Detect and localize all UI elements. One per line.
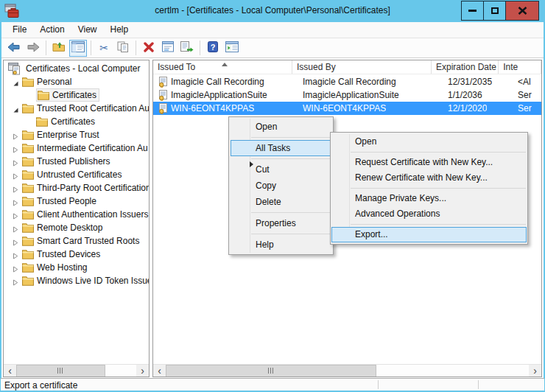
- expander-collapsed-icon[interactable]: [13, 238, 19, 245]
- menu-item-request-certificate-with-new-key[interactable]: Request Certificate with New Key...: [331, 155, 527, 170]
- expander-collapsed-icon[interactable]: [13, 172, 19, 178]
- expander-collapsed-icon[interactable]: [13, 278, 19, 284]
- tree-item-enterprise-trust[interactable]: Enterprise Trust: [4, 128, 149, 141]
- tree-item-certificates[interactable]: Certificates: [4, 115, 149, 128]
- maximize-button[interactable]: [483, 1, 506, 21]
- column-header-expiration-date[interactable]: Expiration Date: [432, 60, 499, 74]
- menubar-item-view[interactable]: View: [71, 22, 104, 38]
- tree-selected-highlight: Certificates: [36, 88, 99, 102]
- scrollbar-track[interactable]: [166, 365, 529, 377]
- cell-text: WIN-6EONT4KPPAS: [303, 103, 386, 113]
- tree-item-label: Client Authentication Issuers: [37, 209, 148, 220]
- folder-icon: [22, 209, 34, 220]
- minimize-button[interactable]: [461, 1, 484, 21]
- expander-collapsed-icon[interactable]: [13, 225, 19, 231]
- column-header-inte[interactable]: Inte: [499, 60, 541, 74]
- menubar-item-action[interactable]: Action: [33, 22, 71, 38]
- sort-ascending-icon: [222, 63, 228, 66]
- export-list-button[interactable]: [178, 40, 196, 57]
- menu-item-properties[interactable]: Properties: [229, 215, 333, 231]
- expander-expanded-icon[interactable]: [13, 79, 19, 85]
- expander-expanded-icon[interactable]: [13, 105, 19, 112]
- table-row[interactable]: Imagicle Call RecordingImagicle Call Rec…: [153, 75, 541, 88]
- tree-item-certificates[interactable]: Certificates: [4, 88, 149, 102]
- cell-issued_to: ImagicleApplicationSuite: [153, 90, 298, 101]
- scrollbar-track[interactable]: [16, 365, 136, 377]
- toolbar-separator: [91, 41, 91, 55]
- tree-horizontal-scrollbar[interactable]: ‹ ›: [4, 364, 149, 377]
- list-horizontal-scrollbar[interactable]: ‹ ›: [153, 364, 541, 377]
- cell-expiration: 1/1/2036: [443, 90, 513, 100]
- menu-item-export[interactable]: Export...: [331, 227, 527, 242]
- tree-item-windows-live-id-token-issue[interactable]: Windows Live ID Token Issue: [4, 274, 149, 287]
- help-button[interactable]: ?: [204, 40, 222, 57]
- delete-x-button[interactable]: [140, 40, 158, 57]
- cell-text: Imagicle Call Recording: [303, 77, 396, 87]
- menu-separator: [251, 234, 331, 234]
- expander-collapsed-icon[interactable]: [13, 265, 19, 271]
- tree-item-remote-desktop[interactable]: Remote Desktop: [4, 221, 149, 234]
- menu-item-label: Open: [256, 119, 333, 135]
- menubar-item-file[interactable]: File: [6, 22, 33, 38]
- expander-collapsed-icon[interactable]: [13, 185, 19, 192]
- menubar-item-help[interactable]: Help: [104, 22, 136, 38]
- tree-item-trusted-people[interactable]: Trusted People: [4, 195, 149, 208]
- menu-item-all-tasks[interactable]: All Tasks: [229, 140, 333, 156]
- menu-item-advanced-operations[interactable]: Advanced Operations: [331, 206, 527, 222]
- tree-item-web-hosting[interactable]: Web Hosting: [4, 261, 149, 274]
- scroll-left-arrow-icon[interactable]: ‹: [153, 365, 166, 377]
- folder-icon: [22, 236, 34, 246]
- menu-item-delete[interactable]: Delete: [229, 194, 333, 210]
- close-button[interactable]: [505, 1, 539, 21]
- expander-collapsed-icon[interactable]: [13, 198, 19, 205]
- expander-collapsed-icon[interactable]: [13, 145, 19, 152]
- folder-icon: [22, 262, 34, 273]
- cell-text: <Al: [518, 77, 531, 87]
- table-row[interactable]: ImagicleApplicationSuiteImagicleApplicat…: [153, 88, 541, 102]
- scroll-right-arrow-icon[interactable]: ›: [529, 365, 541, 377]
- expander-collapsed-icon[interactable]: [13, 251, 19, 258]
- tree-item-untrusted-certificates[interactable]: Untrusted Certificates: [4, 168, 149, 181]
- tree-item-label: Remote Desktop: [37, 223, 102, 233]
- action-pane-icon: [225, 41, 239, 55]
- table-row[interactable]: WIN-6EONT4KPPASWIN-6EONT4KPPAS12/1/2020S…: [153, 102, 541, 115]
- menu-item-manage-private-keys[interactable]: Manage Private Keys...: [331, 191, 527, 206]
- menu-item-cut[interactable]: Cut: [229, 161, 333, 178]
- tree-item-client-authentication-issuers[interactable]: Client Authentication Issuers: [4, 208, 149, 221]
- column-header-issued-by[interactable]: Issued By: [292, 60, 432, 74]
- menu-item-renew-certificate-with-new-key[interactable]: Renew Certificate with New Key...: [331, 170, 527, 186]
- up-folder-button[interactable]: [50, 40, 68, 57]
- scroll-left-arrow-icon[interactable]: ‹: [4, 365, 16, 377]
- scroll-right-arrow-icon[interactable]: ›: [136, 365, 149, 377]
- expander-collapsed-icon[interactable]: [13, 211, 19, 218]
- menu-item-open[interactable]: Open: [229, 119, 333, 135]
- cut-scissors-button[interactable]: ✂: [95, 40, 113, 57]
- properties-window-button[interactable]: [159, 40, 177, 57]
- copy-pages-button[interactable]: [114, 40, 132, 57]
- expander-collapsed-icon[interactable]: [13, 132, 19, 139]
- back-arrow-button[interactable]: [5, 40, 23, 57]
- certlm-window: certlm - [Certificates - Local Computer\…: [0, 0, 545, 392]
- column-header-issued-to[interactable]: Issued To: [153, 60, 292, 74]
- tree-item-intermediate-certification-au[interactable]: Intermediate Certification Au: [4, 141, 149, 155]
- console-tree-button[interactable]: [69, 40, 87, 57]
- certificate-tree: Certificates - Local ComputerPersonalCer…: [4, 62, 149, 363]
- tree-item-third-party-root-certification[interactable]: Third-Party Root Certification: [4, 181, 149, 195]
- menu-item-copy[interactable]: Copy: [229, 178, 333, 194]
- tree-item-personal[interactable]: Personal: [4, 75, 149, 88]
- tree-item-trusted-root-certification-au[interactable]: Trusted Root Certification Au: [4, 102, 149, 115]
- tree-item-trusted-devices[interactable]: Trusted Devices: [4, 248, 149, 261]
- action-pane-button[interactable]: [223, 40, 241, 57]
- maximize-icon: [491, 7, 499, 14]
- cell-issued_by: ImagicleApplicationSuite: [298, 90, 443, 100]
- tree-item-smart-card-trusted-roots[interactable]: Smart Card Trusted Roots: [4, 234, 149, 248]
- scrollbar-thumb[interactable]: [16, 365, 105, 377]
- toolbar-separator: [46, 41, 46, 55]
- scrollbar-thumb[interactable]: [166, 365, 376, 377]
- forward-arrow-button[interactable]: [24, 40, 42, 57]
- menu-item-help[interactable]: Help: [229, 237, 333, 253]
- tree-item-trusted-publishers[interactable]: Trusted Publishers: [4, 155, 149, 168]
- menu-item-open[interactable]: Open: [331, 134, 527, 150]
- expander-collapsed-icon[interactable]: [13, 158, 19, 165]
- tree-item-certificates-local-computer[interactable]: Certificates - Local Computer: [4, 62, 149, 75]
